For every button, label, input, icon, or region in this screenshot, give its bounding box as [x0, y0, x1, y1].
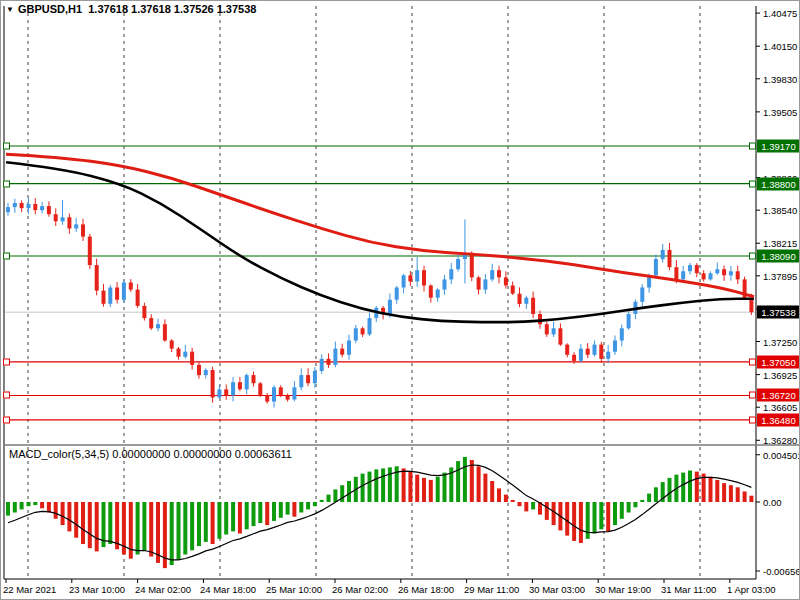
price-tick-label: 1.38215 [763, 238, 797, 249]
time-tick-label: 26 Mar 02:00 [332, 584, 388, 595]
support-price-label: 1.36720 [757, 389, 800, 402]
chart-canvas[interactable] [1, 1, 800, 600]
price-tick-label: 1.37895 [763, 271, 797, 282]
line-edge-marker[interactable] [3, 417, 10, 424]
macd-tick-label: -0.006569 [763, 566, 800, 577]
time-tick-label: 22 Mar 2021 [3, 584, 56, 595]
resistance-price-label: 1.39170 [757, 140, 800, 153]
price-tick-label: 1.38540 [763, 205, 797, 216]
indicator-label: MACD_color(5,34,5) 0.00000000 0.00000000… [9, 448, 292, 460]
time-tick-label: 25 Mar 10:00 [266, 584, 322, 595]
symbol-period: GBPUSD,H1 [18, 3, 82, 15]
ma-red-line [6, 154, 754, 297]
macd-tick-label: 0.00 [763, 497, 782, 508]
resistance-price-label: 1.38800 [757, 178, 800, 191]
line-edge-marker[interactable] [3, 253, 10, 260]
line-edge-marker[interactable] [749, 253, 756, 260]
time-tick-label: 26 Mar 18:00 [398, 584, 454, 595]
line-edge-marker[interactable] [3, 392, 10, 399]
time-tick-label: 31 Mar 11:00 [661, 584, 716, 595]
time-tick-label: 24 Mar 02:00 [135, 584, 191, 595]
time-tick-label: 30 Mar 19:00 [595, 584, 651, 595]
line-edge-marker[interactable] [749, 417, 756, 424]
price-tick-label: 1.36280 [763, 435, 797, 446]
line-edge-marker[interactable] [3, 359, 10, 366]
quote-ohlc: 1.37618 1.37618 1.37526 1.37538 [88, 3, 256, 15]
time-tick-label: 30 Mar 03:00 [529, 584, 585, 595]
time-tick-label: 23 Mar 10:00 [69, 584, 125, 595]
price-tick-label: 1.40150 [763, 41, 797, 52]
line-edge-marker[interactable] [749, 359, 756, 366]
price-tick-label: 1.39505 [763, 107, 797, 118]
current-price-label: 1.37538 [757, 306, 800, 319]
line-edge-marker[interactable] [3, 143, 10, 150]
macd-histogram [6, 457, 753, 568]
chart-window: ▼GBPUSD,H1 1.37618 1.37618 1.37526 1.375… [0, 0, 800, 600]
price-tick-label: 1.36605 [763, 402, 797, 413]
line-edge-marker[interactable] [3, 181, 10, 188]
macd-tick-label: 0.0045011 [763, 450, 800, 461]
support-price-label: 1.37050 [757, 356, 800, 369]
macd-signal-line [8, 465, 751, 560]
support-price-label: 1.36480 [757, 414, 800, 427]
time-tick-label: 24 Mar 18:00 [200, 584, 256, 595]
price-tick-label: 1.40475 [763, 8, 797, 19]
resistance-price-label: 1.38090 [757, 250, 800, 263]
price-tick-label: 1.39830 [763, 74, 797, 85]
line-edge-marker[interactable] [749, 392, 756, 399]
time-tick-label: 1 Apr 03:00 [727, 584, 776, 595]
chart-title: ▼GBPUSD,H1 1.37618 1.37618 1.37526 1.375… [6, 3, 256, 15]
price-tick-label: 1.37250 [763, 337, 797, 348]
candlesticks [6, 198, 753, 408]
symbol-dropdown-icon[interactable]: ▼ [6, 5, 14, 14]
price-tick-label: 1.36925 [763, 370, 797, 381]
line-edge-marker[interactable] [749, 143, 756, 150]
time-tick-label: 29 Mar 11:00 [464, 584, 519, 595]
line-edge-marker[interactable] [749, 181, 756, 188]
